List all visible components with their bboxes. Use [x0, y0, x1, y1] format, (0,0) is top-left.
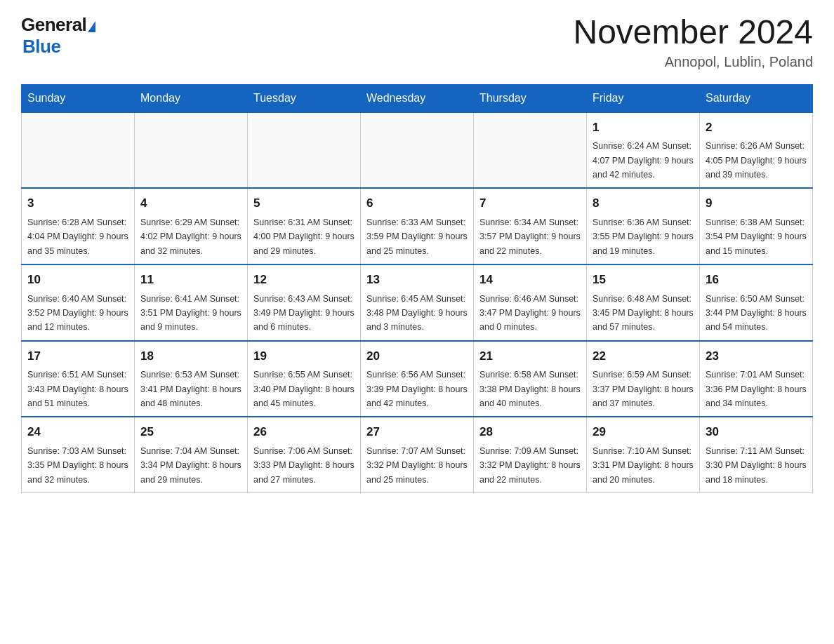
day-number: 12 [253, 271, 355, 289]
day-info: Sunrise: 6:36 AM Sunset: 3:55 PM Dayligh… [593, 217, 694, 256]
day-info: Sunrise: 6:40 AM Sunset: 3:52 PM Dayligh… [27, 294, 128, 333]
calendar-week-row: 24Sunrise: 7:03 AM Sunset: 3:35 PM Dayli… [22, 417, 813, 492]
calendar-cell [135, 112, 248, 189]
calendar-cell: 23Sunrise: 7:01 AM Sunset: 3:36 PM Dayli… [700, 341, 813, 417]
day-number: 8 [593, 194, 694, 213]
day-info: Sunrise: 7:03 AM Sunset: 3:35 PM Dayligh… [27, 446, 128, 485]
calendar-week-row: 10Sunrise: 6:40 AM Sunset: 3:52 PM Dayli… [22, 264, 813, 341]
day-number: 5 [253, 194, 355, 213]
calendar-cell: 29Sunrise: 7:10 AM Sunset: 3:31 PM Dayli… [587, 417, 700, 492]
day-info: Sunrise: 7:04 AM Sunset: 3:34 PM Dayligh… [140, 446, 241, 485]
day-number: 2 [706, 119, 807, 137]
calendar-week-row: 3Sunrise: 6:28 AM Sunset: 4:04 PM Daylig… [22, 188, 813, 264]
weekday-header-sunday: Sunday [22, 84, 135, 112]
calendar-cell: 25Sunrise: 7:04 AM Sunset: 3:34 PM Dayli… [135, 417, 248, 492]
day-number: 24 [27, 423, 128, 441]
day-info: Sunrise: 6:43 AM Sunset: 3:49 PM Dayligh… [253, 294, 355, 333]
weekday-header-tuesday: Tuesday [248, 84, 361, 112]
calendar-cell: 26Sunrise: 7:06 AM Sunset: 3:33 PM Dayli… [248, 417, 361, 492]
logo: General Blue [21, 14, 95, 58]
day-info: Sunrise: 6:33 AM Sunset: 3:59 PM Dayligh… [366, 217, 468, 256]
day-number: 29 [593, 423, 694, 441]
calendar-cell: 7Sunrise: 6:34 AM Sunset: 3:57 PM Daylig… [474, 188, 587, 264]
calendar-cell [248, 112, 361, 189]
weekday-header-thursday: Thursday [474, 84, 587, 112]
calendar-cell: 19Sunrise: 6:55 AM Sunset: 3:40 PM Dayli… [248, 341, 361, 417]
day-info: Sunrise: 7:07 AM Sunset: 3:32 PM Dayligh… [366, 446, 468, 485]
calendar-table: SundayMondayTuesdayWednesdayThursdayFrid… [21, 84, 813, 493]
day-info: Sunrise: 6:38 AM Sunset: 3:54 PM Dayligh… [706, 217, 807, 256]
calendar-cell: 11Sunrise: 6:41 AM Sunset: 3:51 PM Dayli… [135, 264, 248, 341]
day-number: 23 [706, 347, 807, 365]
day-info: Sunrise: 7:09 AM Sunset: 3:32 PM Dayligh… [479, 446, 581, 485]
day-number: 17 [27, 347, 128, 365]
calendar-cell: 27Sunrise: 7:07 AM Sunset: 3:32 PM Dayli… [361, 417, 474, 492]
calendar-cell: 10Sunrise: 6:40 AM Sunset: 3:52 PM Dayli… [22, 264, 135, 341]
day-number: 21 [479, 347, 581, 365]
calendar-cell: 1Sunrise: 6:24 AM Sunset: 4:07 PM Daylig… [587, 112, 700, 189]
day-number: 4 [140, 194, 241, 213]
calendar-cell: 16Sunrise: 6:50 AM Sunset: 3:44 PM Dayli… [700, 264, 813, 341]
day-info: Sunrise: 6:24 AM Sunset: 4:07 PM Dayligh… [593, 141, 694, 180]
day-info: Sunrise: 7:11 AM Sunset: 3:30 PM Dayligh… [706, 446, 807, 485]
weekday-header-friday: Friday [587, 84, 700, 112]
calendar-cell [474, 112, 587, 189]
day-info: Sunrise: 6:28 AM Sunset: 4:04 PM Dayligh… [27, 217, 128, 256]
page-header: General Blue November 2024 Annopol, Lubl… [21, 14, 813, 70]
day-number: 19 [253, 347, 355, 365]
calendar-cell: 30Sunrise: 7:11 AM Sunset: 3:30 PM Dayli… [700, 417, 813, 492]
day-info: Sunrise: 6:41 AM Sunset: 3:51 PM Dayligh… [140, 294, 241, 333]
day-number: 25 [140, 423, 241, 441]
day-info: Sunrise: 7:01 AM Sunset: 3:36 PM Dayligh… [706, 370, 807, 408]
day-number: 9 [706, 194, 807, 213]
day-info: Sunrise: 6:51 AM Sunset: 3:43 PM Dayligh… [27, 370, 128, 408]
weekday-header-row: SundayMondayTuesdayWednesdayThursdayFrid… [22, 84, 813, 112]
day-number: 13 [366, 271, 468, 289]
day-info: Sunrise: 6:46 AM Sunset: 3:47 PM Dayligh… [479, 294, 581, 333]
day-info: Sunrise: 6:56 AM Sunset: 3:39 PM Dayligh… [366, 370, 468, 408]
calendar-cell: 2Sunrise: 6:26 AM Sunset: 4:05 PM Daylig… [700, 112, 813, 189]
day-number: 11 [140, 271, 241, 289]
day-number: 7 [479, 194, 581, 213]
day-number: 1 [593, 119, 694, 137]
day-info: Sunrise: 6:26 AM Sunset: 4:05 PM Dayligh… [706, 141, 807, 180]
weekday-header-saturday: Saturday [700, 84, 813, 112]
day-info: Sunrise: 6:59 AM Sunset: 3:37 PM Dayligh… [593, 370, 694, 408]
logo-general-text: General [21, 14, 86, 36]
calendar-cell: 3Sunrise: 6:28 AM Sunset: 4:04 PM Daylig… [22, 188, 135, 264]
calendar-cell: 20Sunrise: 6:56 AM Sunset: 3:39 PM Dayli… [361, 341, 474, 417]
calendar-cell [22, 112, 135, 189]
day-info: Sunrise: 6:58 AM Sunset: 3:38 PM Dayligh… [479, 370, 581, 408]
day-number: 26 [253, 423, 355, 441]
title-block: November 2024 Annopol, Lublin, Poland [573, 14, 813, 70]
calendar-cell: 9Sunrise: 6:38 AM Sunset: 3:54 PM Daylig… [700, 188, 813, 264]
calendar-cell: 5Sunrise: 6:31 AM Sunset: 4:00 PM Daylig… [248, 188, 361, 264]
day-number: 3 [27, 194, 128, 213]
calendar-cell: 14Sunrise: 6:46 AM Sunset: 3:47 PM Dayli… [474, 264, 587, 341]
calendar-cell: 6Sunrise: 6:33 AM Sunset: 3:59 PM Daylig… [361, 188, 474, 264]
day-number: 22 [593, 347, 694, 365]
calendar-cell [361, 112, 474, 189]
calendar-cell: 15Sunrise: 6:48 AM Sunset: 3:45 PM Dayli… [587, 264, 700, 341]
day-info: Sunrise: 6:31 AM Sunset: 4:00 PM Dayligh… [253, 217, 355, 256]
calendar-cell: 8Sunrise: 6:36 AM Sunset: 3:55 PM Daylig… [587, 188, 700, 264]
day-info: Sunrise: 6:53 AM Sunset: 3:41 PM Dayligh… [140, 370, 241, 408]
day-info: Sunrise: 6:34 AM Sunset: 3:57 PM Dayligh… [479, 217, 581, 256]
calendar-cell: 21Sunrise: 6:58 AM Sunset: 3:38 PM Dayli… [474, 341, 587, 417]
day-number: 28 [479, 423, 581, 441]
calendar-subtitle: Annopol, Lublin, Poland [573, 54, 813, 70]
day-info: Sunrise: 6:55 AM Sunset: 3:40 PM Dayligh… [253, 370, 355, 408]
calendar-cell: 18Sunrise: 6:53 AM Sunset: 3:41 PM Dayli… [135, 341, 248, 417]
weekday-header-monday: Monday [135, 84, 248, 112]
day-number: 27 [366, 423, 468, 441]
day-number: 20 [366, 347, 468, 365]
calendar-week-row: 1Sunrise: 6:24 AM Sunset: 4:07 PM Daylig… [22, 112, 813, 189]
day-number: 14 [479, 271, 581, 289]
calendar-cell: 28Sunrise: 7:09 AM Sunset: 3:32 PM Dayli… [474, 417, 587, 492]
calendar-title: November 2024 [573, 14, 813, 51]
day-number: 30 [706, 423, 807, 441]
day-info: Sunrise: 7:10 AM Sunset: 3:31 PM Dayligh… [593, 446, 694, 485]
day-info: Sunrise: 6:29 AM Sunset: 4:02 PM Dayligh… [140, 217, 241, 256]
day-number: 16 [706, 271, 807, 289]
day-number: 18 [140, 347, 241, 365]
